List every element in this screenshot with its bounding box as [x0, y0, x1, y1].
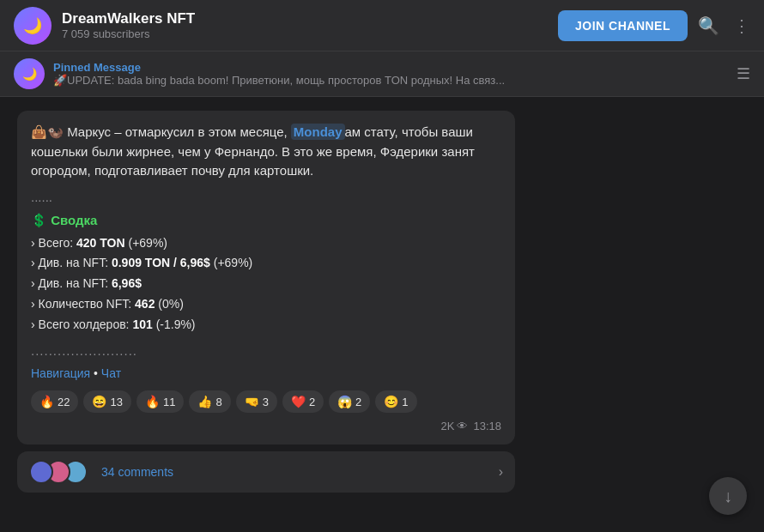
monday-tag: Monday — [291, 124, 345, 140]
comments-bar[interactable]: 34 comments › — [17, 451, 515, 493]
message-meta: 2K 👁 13:18 — [31, 420, 501, 432]
summary-line-4: › Количество NFT: 462 (0%) — [31, 294, 501, 315]
reaction-emoji: 🔥 — [145, 395, 160, 408]
reaction-heart[interactable]: ❤️2 — [282, 390, 324, 413]
reaction-scared[interactable]: 😱2 — [329, 390, 370, 413]
view-count: 2K 👁 — [441, 420, 469, 432]
reaction-emoji: 🤜 — [245, 395, 259, 408]
comments-count: 34 comments — [101, 465, 173, 479]
nav-separator: • — [94, 366, 101, 380]
reaction-count: 1 — [402, 396, 408, 408]
pinned-avatar: 🌙 — [14, 58, 45, 89]
reaction-emoji: 😊 — [384, 395, 398, 408]
reaction-smile[interactable]: 😄13 — [83, 390, 130, 413]
chevron-down-icon: ↓ — [724, 487, 732, 506]
reaction-count: 8 — [215, 396, 221, 408]
message-intro: 👜🦦 Маркус – отмаркусил в этом месяце, — [31, 124, 291, 139]
reaction-thumbsup[interactable]: 👍8 — [189, 390, 230, 413]
pinned-menu-icon[interactable]: ☰ — [737, 64, 750, 83]
pinned-message-bar[interactable]: 🌙 Pinned Message 🚀UPDATE: bada bing bada… — [0, 51, 764, 97]
summary-line-1: › Всего: 420 TON (+69%) — [31, 233, 501, 254]
summary-line-3: › Див. на NFT: 6,96$ — [31, 274, 501, 294]
subscriber-count: 7 059 subscribers — [62, 27, 558, 40]
join-channel-button[interactable]: JOIN CHANNEL — [558, 10, 688, 41]
message-bubble: 👜🦦 Маркус – отмаркусил в этом месяце, Mo… — [17, 111, 515, 444]
header-actions: 🔍 ⋮ — [698, 15, 750, 36]
comments-arrow-icon: › — [499, 464, 503, 480]
reactions-container: 🔥22 😄13 🔥11 👍8 🤜3 ❤️2 😱2 😊1 — [31, 390, 501, 413]
eye-icon: 👁 — [457, 420, 468, 432]
navigation-line: Навигация • Чат — [31, 366, 501, 380]
summary-line-5: › Всего холдеров: 101 (-1.9%) — [31, 315, 501, 336]
channel-avatar: 🌙 — [14, 7, 52, 45]
comment-avatars — [29, 460, 81, 484]
pinned-text: 🚀UPDATE: bada bing bada boom! Приветюни,… — [53, 74, 611, 87]
message-feed: 👜🦦 Маркус – отмаркусил в этом месяце, Mo… — [0, 97, 764, 530]
summary-section: 💲 Сводка › Всего: 420 TON (+69%) › Див. … — [31, 213, 501, 336]
reaction-count: 2 — [309, 396, 315, 408]
search-icon[interactable]: 🔍 — [698, 15, 719, 36]
reaction-emoji: 😱 — [337, 395, 352, 408]
reaction-grin[interactable]: 😊1 — [375, 390, 416, 413]
reaction-emoji: ❤️ — [291, 395, 306, 408]
summary-title: 💲 Сводка — [31, 213, 501, 228]
pinned-content: Pinned Message 🚀UPDATE: bada bing bada b… — [53, 61, 737, 87]
summary-line-2: › Див. на NFT: 0.909 TON / 6,96$ (+69%) — [31, 253, 501, 274]
channel-name: DreamWalkers NFT — [62, 10, 558, 27]
channel-header: 🌙 DreamWalkers NFT 7 059 subscribers JOI… — [0, 0, 764, 51]
scroll-to-bottom-button[interactable]: ↓ — [709, 477, 747, 515]
message-time: 13:18 — [473, 420, 501, 432]
pinned-avatar-container: 🌙 — [14, 58, 45, 89]
channel-info: DreamWalkers NFT 7 059 subscribers — [62, 10, 558, 40]
navigation-link[interactable]: Навигация — [31, 366, 90, 380]
reaction-fire-2[interactable]: 🔥11 — [136, 390, 184, 413]
views-number: 2K — [441, 420, 455, 432]
reaction-emoji: 👍 — [197, 395, 212, 408]
message-body: 👜🦦 Маркус – отмаркусил в этом месяце, Mo… — [31, 123, 501, 181]
chat-link[interactable]: Чат — [101, 366, 121, 380]
reaction-emoji: 🔥 — [39, 395, 54, 408]
reaction-fist[interactable]: 🤜3 — [236, 390, 277, 413]
reaction-count: 2 — [355, 396, 361, 408]
reaction-count: 11 — [163, 396, 175, 408]
dots-separator-1: ...... — [31, 190, 501, 204]
reaction-count: 13 — [110, 396, 122, 408]
reaction-fire-1[interactable]: 🔥22 — [31, 390, 78, 413]
pinned-label: Pinned Message — [53, 61, 737, 74]
reaction-emoji: 😄 — [92, 395, 106, 408]
reaction-count: 22 — [58, 396, 70, 408]
more-options-icon[interactable]: ⋮ — [733, 15, 750, 36]
dots-separator-2: ........................ — [31, 343, 501, 358]
reaction-count: 3 — [263, 396, 269, 408]
